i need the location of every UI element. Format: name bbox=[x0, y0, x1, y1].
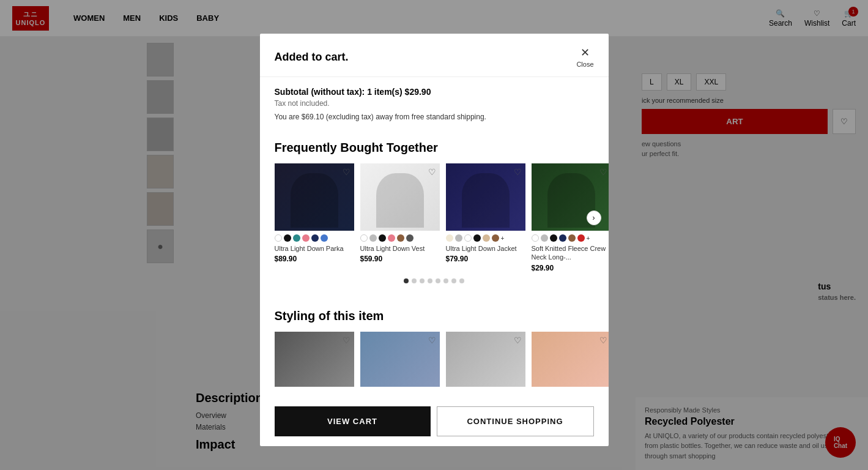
tax-note: Tax not included. bbox=[275, 99, 594, 108]
close-button[interactable]: ✕ Close bbox=[576, 46, 593, 68]
styling-image-3: ♡ bbox=[446, 332, 525, 387]
product-price-3: $79.90 bbox=[446, 255, 525, 263]
swatch-navy[interactable] bbox=[311, 234, 319, 242]
product-card-1[interactable]: ♡ Ultra Light Down Parka $89.90 bbox=[275, 163, 354, 272]
swatch-lgray-4[interactable] bbox=[541, 234, 548, 242]
modal-header: Added to cart. ✕ Close bbox=[260, 34, 609, 77]
styling-card-2[interactable]: ♡ bbox=[360, 332, 440, 387]
swatch-black-2[interactable] bbox=[379, 234, 386, 242]
view-cart-button[interactable]: VIEW CART bbox=[275, 406, 431, 436]
product-card-3[interactable]: ♡ + Ultra Light Down Jacket $79.90 bbox=[446, 163, 525, 272]
styling-image-1: ♡ bbox=[275, 332, 354, 387]
styling-image-2: ♡ bbox=[360, 332, 440, 387]
swatch-white-2[interactable] bbox=[360, 234, 368, 242]
dot-5[interactable] bbox=[436, 278, 440, 283]
product-name-3: Ultra Light Down Jacket bbox=[446, 244, 525, 253]
styling-carousel: ♡ ♡ ♡ ♡ bbox=[275, 332, 594, 387]
swatch-brown-4[interactable] bbox=[568, 234, 576, 242]
dot-8[interactable] bbox=[459, 278, 464, 283]
swatch-more-4[interactable]: + bbox=[587, 234, 590, 242]
swatches-4: + bbox=[532, 234, 609, 242]
swatch-red-4[interactable] bbox=[577, 234, 585, 242]
swatch-pink[interactable] bbox=[302, 234, 310, 242]
product-price-1: $89.90 bbox=[275, 255, 354, 263]
product-image-1: ♡ bbox=[275, 163, 354, 231]
swatch-black[interactable] bbox=[284, 234, 291, 242]
product-name-4: Soft Knitted Fleece Crew Neck Long-... bbox=[532, 244, 609, 262]
modal-footer: VIEW CART CONTINUE SHOPPING bbox=[260, 397, 609, 446]
product-name-1: Ultra Light Down Parka bbox=[275, 244, 354, 253]
swatch-lgray-3[interactable] bbox=[455, 234, 462, 242]
wishlist-btn-1[interactable]: ♡ bbox=[343, 167, 351, 177]
styling-section: Styling of this item ♡ ♡ ♡ bbox=[260, 299, 609, 397]
swatch-lgray-2[interactable] bbox=[369, 234, 377, 242]
styling-image-4: ♡ bbox=[532, 332, 609, 387]
background-page: ユニ UNIQLO WOMEN MEN KIDS BABY 🔍 Search ♡… bbox=[0, 0, 868, 470]
styling-wishlist-2[interactable]: ♡ bbox=[428, 335, 436, 345]
close-icon: ✕ bbox=[581, 46, 590, 59]
swatch-navy-4[interactable] bbox=[559, 234, 566, 242]
styling-card-3[interactable]: ♡ bbox=[446, 332, 525, 387]
swatch-white-3[interactable] bbox=[464, 234, 472, 242]
swatch-beige-3[interactable] bbox=[483, 234, 490, 242]
swatch-pink-2[interactable] bbox=[388, 234, 395, 242]
close-label: Close bbox=[576, 61, 593, 68]
subtotal-section: Subtotal (without tax): 1 item(s) $29.90… bbox=[260, 77, 609, 131]
frequently-bought-section: Frequently Bought Together ♡ bbox=[260, 131, 609, 299]
products-carousel: ♡ Ultra Light Down Parka $89.90 bbox=[275, 163, 594, 272]
carousel-next-button[interactable]: › bbox=[587, 211, 601, 225]
swatches-1 bbox=[275, 234, 354, 242]
styling-title: Styling of this item bbox=[275, 309, 594, 323]
product-image-3: ♡ bbox=[446, 163, 525, 231]
wishlist-btn-3[interactable]: ♡ bbox=[514, 167, 522, 177]
dot-1[interactable] bbox=[404, 278, 409, 283]
product-card-2[interactable]: ♡ Ultra Light Down Vest $59.90 bbox=[360, 163, 440, 272]
styling-wishlist-4[interactable]: ♡ bbox=[599, 335, 607, 345]
styling-wishlist-1[interactable]: ♡ bbox=[343, 335, 351, 345]
swatches-2 bbox=[360, 234, 440, 242]
dot-2[interactable] bbox=[412, 278, 417, 283]
swatch-brown-3[interactable] bbox=[492, 234, 499, 242]
swatch-more-3[interactable]: + bbox=[501, 234, 505, 242]
swatch-black-4[interactable] bbox=[550, 234, 557, 242]
product-price-2: $59.90 bbox=[360, 255, 440, 263]
wishlist-btn-4[interactable]: ♡ bbox=[599, 167, 607, 177]
swatch-blue[interactable] bbox=[321, 234, 328, 242]
frequently-bought-title: Frequently Bought Together bbox=[275, 141, 594, 155]
swatch-brown-2[interactable] bbox=[397, 234, 404, 242]
swatches-3: + bbox=[446, 234, 525, 242]
dot-3[interactable] bbox=[420, 278, 425, 283]
shipping-note: You are $69.10 (excluding tax) away from… bbox=[275, 113, 594, 121]
modal-title: Added to cart. bbox=[275, 51, 349, 64]
styling-card-1[interactable]: ♡ bbox=[275, 332, 354, 387]
continue-shopping-button[interactable]: CONTINUE SHOPPING bbox=[437, 406, 594, 436]
subtotal-text: Subtotal (without tax): 1 item(s) $29.90 bbox=[275, 87, 594, 97]
swatch-teal[interactable] bbox=[293, 234, 300, 242]
dot-4[interactable] bbox=[428, 278, 432, 283]
dot-7[interactable] bbox=[451, 278, 456, 283]
add-to-cart-modal: Added to cart. ✕ Close Subtotal (without… bbox=[260, 34, 609, 446]
swatch-cream-3[interactable] bbox=[446, 234, 453, 242]
swatch-white-4[interactable] bbox=[532, 234, 539, 242]
carousel-dots bbox=[275, 272, 594, 289]
product-price-4: $29.90 bbox=[532, 264, 609, 272]
swatch-dgray-2[interactable] bbox=[406, 234, 414, 242]
styling-wishlist-3[interactable]: ♡ bbox=[514, 335, 522, 345]
product-image-2: ♡ bbox=[360, 163, 440, 231]
swatch-black-3[interactable] bbox=[473, 234, 481, 242]
dot-6[interactable] bbox=[443, 278, 448, 283]
styling-card-4[interactable]: ♡ bbox=[532, 332, 609, 387]
product-name-2: Ultra Light Down Vest bbox=[360, 244, 440, 253]
wishlist-btn-2[interactable]: ♡ bbox=[428, 167, 436, 177]
swatch-white[interactable] bbox=[275, 234, 282, 242]
